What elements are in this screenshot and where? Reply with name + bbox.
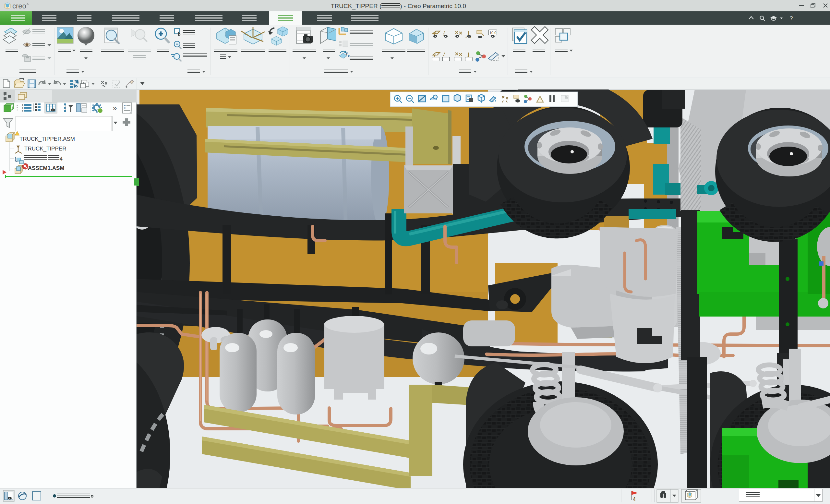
svg-text:4: 4 — [633, 497, 636, 502]
svg-text:»: » — [113, 104, 117, 112]
svg-text:10.0: 10.0 — [489, 31, 496, 35]
svg-text:creo: creo — [12, 2, 26, 10]
svg-text:?: ? — [790, 15, 793, 22]
